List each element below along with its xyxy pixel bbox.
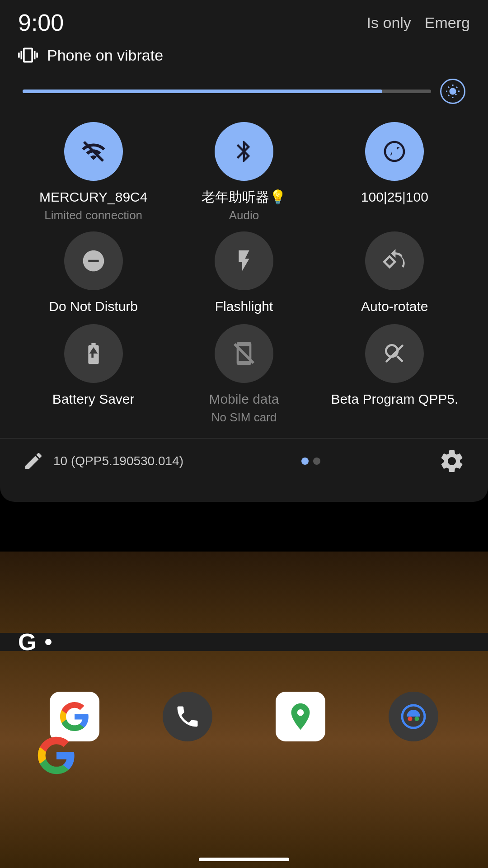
qs-bottom-left: 10 (QPP5.190530.014)	[23, 450, 183, 472]
dot-1	[301, 458, 309, 465]
google-dot	[45, 639, 52, 645]
tile-bluetooth[interactable]: 老年助听器💡 Audio	[173, 122, 314, 222]
tile-mobile-data-icon	[215, 324, 273, 383]
build-number: 10 (QPP5.190530.014)	[53, 454, 183, 468]
tile-battery-share[interactable]: 100|25|100	[324, 122, 465, 222]
tile-dnd-icon	[64, 231, 123, 290]
tile-wifi-label: MERCURY_89C4	[39, 188, 148, 206]
tile-mobile-data-label: Mobile data	[209, 390, 279, 408]
tile-flashlight-icon	[215, 231, 273, 290]
svg-point-7	[415, 717, 419, 721]
brightness-row[interactable]	[0, 70, 488, 118]
tile-battery-saver-icon	[64, 324, 123, 383]
dot-2	[313, 458, 320, 465]
tile-wifi-icon	[64, 122, 123, 181]
home-indicator[interactable]	[199, 858, 289, 861]
dock-assistant-icon[interactable]	[389, 692, 438, 741]
tile-wifi[interactable]: MERCURY_89C4 Limited connection	[23, 122, 164, 222]
tile-bluetooth-icon	[215, 122, 273, 181]
dock-google-icon[interactable]	[50, 692, 99, 741]
dock-maps-icon[interactable]	[276, 692, 325, 741]
status-bar: 9:00 Is only Emerg	[0, 0, 488, 41]
tile-beta-icon	[365, 324, 424, 383]
svg-point-6	[408, 717, 413, 721]
vibrate-status: Phone on vibrate	[18, 45, 163, 65]
tile-autorotate-icon	[365, 231, 424, 290]
tile-autorotate[interactable]: Auto-rotate	[324, 231, 465, 315]
tile-mobile-data-sublabel: No SIM card	[211, 410, 277, 425]
tile-flashlight[interactable]: Flashlight	[173, 231, 314, 315]
tile-dnd-label: Do Not Disturb	[49, 297, 138, 315]
tile-battery-saver-label: Battery Saver	[52, 390, 135, 408]
page-indicator	[301, 458, 320, 465]
brightness-fill	[23, 90, 382, 93]
tile-flashlight-label: Flashlight	[215, 297, 273, 315]
google-g-logo: G	[18, 628, 36, 656]
tile-battery-saver[interactable]: Battery Saver	[23, 324, 164, 425]
svg-point-4	[297, 709, 304, 716]
tiles-grid: MERCURY_89C4 Limited connection 老年助听器💡 A…	[0, 118, 488, 438]
tile-dnd[interactable]: Do Not Disturb	[23, 231, 164, 315]
tile-bluetooth-sublabel: Audio	[229, 208, 259, 222]
settings-icon[interactable]	[438, 448, 465, 475]
vibrate-label: Phone on vibrate	[47, 47, 163, 64]
tile-beta-label: Beta Program QPP5.	[331, 390, 458, 408]
dock-row	[0, 692, 488, 741]
bottom-google-logo	[36, 735, 77, 778]
tile-mobile-data[interactable]: Mobile data No SIM card	[173, 324, 314, 425]
status-time: 9:00	[18, 9, 64, 36]
tile-battery-share-label: 100|25|100	[361, 188, 428, 206]
tile-autorotate-label: Auto-rotate	[361, 297, 428, 315]
svg-point-1	[391, 148, 398, 155]
status-right: Is only Emerg	[367, 14, 470, 32]
tile-wifi-sublabel: Limited connection	[44, 208, 142, 222]
quick-settings-panel: 9:00 Is only Emerg Phone on vibrate	[0, 0, 488, 502]
tile-beta[interactable]: Beta Program QPP5.	[324, 324, 465, 425]
edit-icon[interactable]	[23, 450, 44, 472]
notif-bar: Phone on vibrate	[0, 41, 488, 70]
qs-bottom-bar: 10 (QPP5.190530.014)	[0, 438, 488, 484]
is-only-label: Is only	[367, 14, 411, 32]
brightness-icon	[440, 79, 465, 104]
google-search-bar[interactable]: G	[0, 633, 488, 651]
brightness-slider[interactable]	[23, 90, 431, 93]
emerg-label: Emerg	[425, 14, 470, 32]
tile-bluetooth-label: 老年助听器💡	[202, 188, 286, 206]
dock-phone-icon[interactable]	[163, 692, 212, 741]
tile-battery-share-icon	[365, 122, 424, 181]
vibrate-icon	[18, 45, 38, 65]
